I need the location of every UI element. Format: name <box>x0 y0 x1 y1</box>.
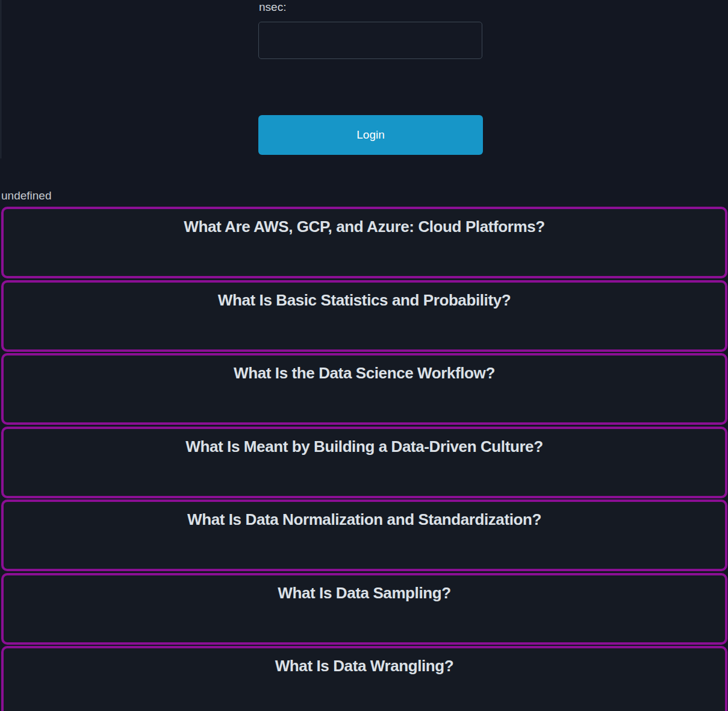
status-text: undefined <box>1 188 51 203</box>
question-card[interactable]: What Is Data Sampling? <box>1 573 727 645</box>
question-title: What Is Data Wrangling? <box>4 656 725 675</box>
question-card[interactable]: What Is the Data Science Workflow? <box>1 353 727 425</box>
nsec-input[interactable] <box>258 22 482 59</box>
question-card[interactable]: What Is Basic Statistics and Probability… <box>1 280 727 352</box>
question-title: What Is the Data Science Workflow? <box>4 363 725 383</box>
question-card[interactable]: What Is Data Wrangling? <box>1 646 727 711</box>
question-card[interactable]: What Are AWS, GCP, and Azure: Cloud Plat… <box>1 207 727 278</box>
question-list: What Are AWS, GCP, and Azure: Cloud Plat… <box>0 207 728 711</box>
form-container-border <box>1 0 1 158</box>
question-title: What Is Basic Statistics and Probability… <box>4 290 725 310</box>
question-title: What Is Meant by Building a Data-Driven … <box>4 437 725 456</box>
nsec-label: nsec: <box>259 0 286 14</box>
page: nsec: Login undefined What Are AWS, GCP,… <box>0 0 728 711</box>
question-card[interactable]: What Is Data Normalization and Standardi… <box>1 500 727 571</box>
login-button[interactable]: Login <box>258 115 483 155</box>
question-title: What Are AWS, GCP, and Azure: Cloud Plat… <box>4 217 725 236</box>
question-title: What Is Data Sampling? <box>4 583 725 603</box>
question-card[interactable]: What Is Meant by Building a Data-Driven … <box>1 427 727 498</box>
question-title: What Is Data Normalization and Standardi… <box>4 510 725 529</box>
